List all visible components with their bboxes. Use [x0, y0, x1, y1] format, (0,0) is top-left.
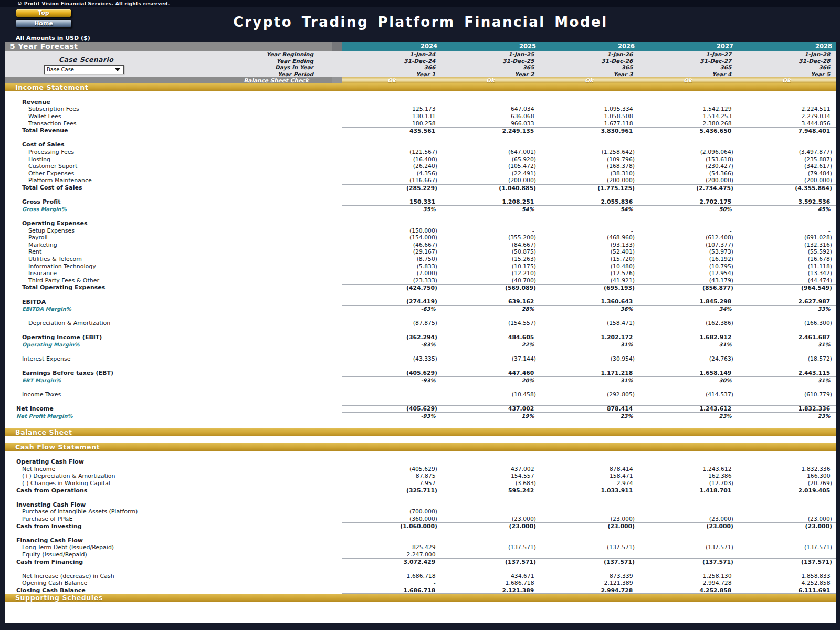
- statement-row: (+) Depreciation & Amortization87.875 15…: [5, 472, 836, 480]
- value-cell: (405.629): [342, 370, 441, 376]
- case-scenario-dropdown[interactable]: Base Case: [44, 65, 124, 74]
- value-cell: (235.887): [737, 156, 836, 163]
- meta-value-cell: 1-Jan-24: [342, 51, 441, 57]
- value-cell: 2.461.687: [737, 334, 836, 341]
- value-cell: (3.497.877): [737, 149, 836, 155]
- income-statement-section-header: Income Statement: [5, 83, 836, 91]
- value-cell: (55.592): [737, 248, 836, 255]
- value-cell: 636.068: [441, 113, 540, 120]
- value-cell: (79.484): [737, 170, 836, 177]
- value-cell: 825.429: [342, 544, 441, 551]
- statement-row: Operating Cash Flow: [5, 458, 836, 466]
- value-cell: 4.252.858: [638, 587, 737, 594]
- year-header: 2025: [441, 42, 540, 51]
- value-cell: 166.300: [737, 472, 836, 479]
- value-cell: (43.179): [638, 277, 737, 284]
- value-cell: 150.331: [342, 198, 441, 205]
- value-cell: (37.144): [441, 355, 540, 362]
- value-cell: 2.974: [540, 480, 638, 487]
- balance-sheet-section-header: Balance Sheet: [5, 428, 836, 436]
- row-label: (-) Changes in Working Capital: [5, 480, 342, 487]
- chevron-down-icon[interactable]: [111, 66, 123, 74]
- spacer-row: [5, 327, 836, 334]
- value-cell: (2.096.064): [638, 149, 737, 155]
- value-cell: 5.436.650: [638, 128, 737, 134]
- value-cell: 1.418.701: [638, 487, 737, 494]
- row-label: Financing Cash Flow: [5, 537, 342, 544]
- value-cell: (11.118): [737, 263, 836, 270]
- value-cell: (200.000): [441, 177, 540, 184]
- balance-sheet-check-value: Ok: [342, 77, 441, 83]
- meta-value-cell: 31-Dec-26: [540, 58, 638, 64]
- row-label: Net Income: [5, 405, 342, 412]
- statement-row: Purchase of Intangible Assets (Platform)…: [5, 508, 836, 516]
- row-label: Hosting: [5, 156, 342, 163]
- value-cell: (325.711): [342, 487, 441, 494]
- row-label: Net Profit Margin%: [5, 413, 342, 419]
- value-cell: -: [540, 227, 638, 234]
- value-cell: (200.000): [540, 177, 638, 184]
- value-cell: -63%: [342, 306, 441, 312]
- value-cell: 2.443.115: [737, 370, 836, 376]
- meta-value-cell: 31-Dec-28: [737, 58, 836, 64]
- value-cell: 2.702.175: [638, 198, 737, 205]
- value-cell: 23%: [638, 413, 737, 419]
- spacer-row: [5, 91, 836, 99]
- value-cell: 1.033.911: [540, 487, 638, 494]
- statement-row: Equity (Issued/Repaid)2.247.000 - - - -: [5, 551, 836, 559]
- value-cell: (65.920): [441, 156, 540, 163]
- meta-value-cell: 365: [540, 64, 638, 70]
- value-cell: 30%: [638, 377, 737, 383]
- row-label: Equity (Issued/Repaid): [5, 551, 342, 558]
- value-cell: (29.167): [342, 248, 441, 255]
- row-label: Total Revenue: [5, 127, 342, 134]
- year-header: 2028: [737, 42, 836, 51]
- statement-row: Wallet Fees130.131 636.068 1.058.508 1.5…: [5, 113, 836, 120]
- value-cell: 1.360.643: [540, 298, 638, 305]
- value-cell: (23.000): [540, 523, 638, 530]
- forecast-title: 5 Year Forecast: [5, 42, 332, 51]
- spacer-row: [5, 312, 836, 320]
- value-cell: 3.830.961: [540, 128, 638, 134]
- value-cell: 878.414: [540, 466, 638, 472]
- statement-row: Gross Margin%35% 54% 54% 50% 45%: [5, 206, 836, 213]
- value-cell: (93.133): [540, 242, 638, 248]
- income-statement-rows: RevenueSubscription Fees125.173 647.034 …: [5, 91, 836, 419]
- value-cell: -: [638, 508, 737, 515]
- value-cell: 2.249.135: [441, 128, 540, 134]
- value-cell: (23.000): [638, 516, 737, 522]
- value-cell: 28%: [441, 306, 540, 312]
- row-label: Total Operating Expenses: [5, 284, 342, 291]
- value-cell: (30.954): [540, 355, 638, 362]
- value-cell: -83%: [342, 342, 441, 348]
- statement-row: Platform Maintenance(116.667)(200.000)(2…: [5, 177, 836, 184]
- spreadsheet: 5 Year Forecast 20242025202620272028 Yea…: [5, 42, 836, 623]
- statement-row: Interest Expense(43.335)(37.144)(30.954)…: [5, 355, 836, 363]
- value-cell: 4.252.858: [737, 580, 836, 586]
- value-cell: -: [540, 508, 638, 515]
- year-header: 2027: [638, 42, 737, 51]
- value-cell: (12.703): [638, 480, 737, 487]
- value-cell: (3.683): [441, 480, 540, 487]
- row-label: Net Increase (decrease) in Cash: [5, 573, 342, 580]
- value-cell: 447.460: [441, 370, 540, 376]
- value-cell: (7.000): [342, 270, 441, 277]
- value-cell: (700.000): [342, 508, 441, 515]
- value-cell: 434.671: [441, 573, 540, 580]
- value-cell: (8.750): [342, 256, 441, 262]
- value-cell: 2.994.728: [540, 587, 638, 594]
- row-label: Purchase of Intangible Assets (Platform): [5, 508, 342, 515]
- value-cell: -93%: [342, 413, 441, 419]
- row-label: Purchase of PP&E: [5, 516, 342, 522]
- value-cell: (23.000): [638, 523, 737, 530]
- row-label: Total Cost of Sales: [5, 184, 342, 191]
- value-cell: 595.242: [441, 487, 540, 494]
- cash-flow-section-header: Cash Flow Statement: [5, 443, 836, 451]
- value-cell: (23.000): [441, 523, 540, 530]
- value-cell: (610.779): [737, 391, 836, 398]
- value-cell: 3.592.536: [737, 198, 836, 205]
- value-cell: 2.121.389: [441, 587, 540, 594]
- value-cell: -: [342, 391, 441, 398]
- statement-row: Cash from Operations(325.711)595.242 1.0…: [5, 487, 836, 494]
- row-label: Closing Cash Balance: [5, 587, 342, 594]
